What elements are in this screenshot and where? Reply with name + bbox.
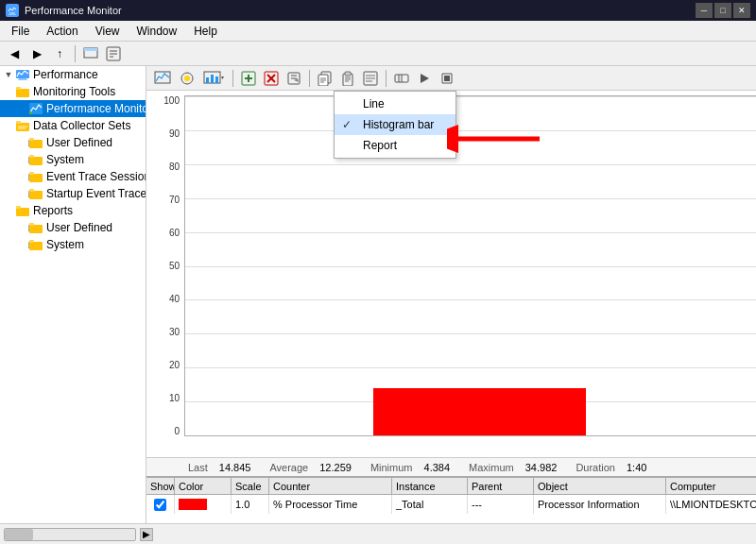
sidebar-item-performance[interactable]: ▼ Performance <box>0 66 146 83</box>
toolbar-show-hide[interactable] <box>80 43 101 64</box>
reports-user-icon <box>28 220 43 235</box>
toolbar-properties[interactable] <box>103 43 124 64</box>
sidebar-item-monitoring-tools[interactable]: ▼ Monitoring Tools <box>0 83 146 100</box>
dropdown-line[interactable]: Line <box>335 94 455 114</box>
svg-rect-18 <box>16 121 21 124</box>
inner-sep1 <box>232 70 233 87</box>
app-title: Performance Monitor <box>25 5 122 16</box>
sidebar-label-userdefined: User Defined <box>46 136 112 149</box>
expand-icon6: ▷ <box>2 155 28 164</box>
row-show[interactable] <box>146 495 175 514</box>
startupevent-icon <box>28 186 43 201</box>
chart-box[interactable] <box>184 95 756 436</box>
sidebar-item-eventtrace[interactable]: ▷ Event Trace Sessions <box>0 168 146 185</box>
app-icon <box>6 4 19 17</box>
y-label-90: 90 <box>146 128 180 139</box>
svg-rect-21 <box>29 140 43 148</box>
svg-rect-71 <box>444 76 450 81</box>
inner-toolbar <box>146 66 756 91</box>
show-checkbox[interactable] <box>154 499 166 511</box>
menu-file[interactable]: File <box>4 22 37 41</box>
row-parent: --- <box>468 495 534 514</box>
sidebar-label-eventtrace: Event Trace Sessions <box>46 170 146 183</box>
svg-rect-25 <box>29 174 43 182</box>
expand-icon: ▼ <box>2 70 15 79</box>
menu-view[interactable]: View <box>88 22 128 41</box>
sidebar-item-reports-system[interactable]: ▷ System <box>0 236 146 253</box>
color-swatch <box>179 499 207 510</box>
duration-label: Duration <box>576 462 615 473</box>
copy-button[interactable] <box>315 68 335 89</box>
sidebar-item-startupevent[interactable]: ▷ Startup Event Trace Sess <box>0 185 146 202</box>
svg-marker-69 <box>421 74 429 83</box>
stop-button[interactable] <box>437 68 457 89</box>
sidebar-label-perfmon: Performance Monitor <box>46 102 146 115</box>
sidebar-item-perfmon[interactable]: Performance Monitor <box>0 100 146 117</box>
svg-rect-2 <box>9 14 16 15</box>
sidebar-label-system: System <box>46 153 84 166</box>
sidebar-toggle[interactable]: ▶ <box>140 528 153 541</box>
svg-point-37 <box>184 76 190 81</box>
minimize-button[interactable]: ─ <box>696 3 713 18</box>
highlight-button[interactable] <box>177 68 198 89</box>
expand-icon9: ▼ <box>2 206 15 215</box>
sidebar-item-system[interactable]: ▷ System <box>0 151 146 168</box>
svg-rect-1 <box>9 12 15 14</box>
scroll-thumb <box>5 529 33 540</box>
toolbar-back[interactable]: ◀ <box>4 43 25 64</box>
expand-icon11: ▷ <box>2 240 28 249</box>
toolbar-forward[interactable]: ▶ <box>26 43 47 64</box>
counter-row[interactable]: 1.0 % Processor Time _Total --- Processo… <box>146 495 756 514</box>
max-label: Maximum <box>469 462 514 473</box>
maximize-button[interactable]: □ <box>714 3 731 18</box>
chart-type-dropdown: Line Histogram bar Report <box>334 91 456 159</box>
system-icon <box>28 152 43 167</box>
main-toolbar: ◀ ▶ ↑ <box>0 42 756 66</box>
status-text <box>748 527 752 542</box>
menu-help[interactable]: Help <box>186 22 225 41</box>
svg-rect-10 <box>19 78 26 79</box>
add-counter-button[interactable] <box>238 68 259 89</box>
dropdown-report[interactable]: Report <box>335 135 455 156</box>
last-label: Last <box>188 462 208 473</box>
menu-action[interactable]: Action <box>39 22 85 41</box>
properties-button[interactable] <box>284 68 304 89</box>
delete-counter-button[interactable] <box>261 68 282 89</box>
view-button[interactable] <box>150 68 175 89</box>
play-button[interactable] <box>414 68 435 89</box>
scrollbar-h[interactable] <box>4 528 136 541</box>
stats-bar: Last 14.845 Average 12.259 Minimum 4.384… <box>146 457 756 476</box>
sidebar-label-monitoring: Monitoring Tools <box>33 85 115 98</box>
chart-type-button[interactable] <box>199 68 228 89</box>
toolbar-sep1 <box>75 45 76 62</box>
histogram-bar <box>373 388 585 435</box>
toolbar-up[interactable]: ↑ <box>49 43 70 64</box>
sidebar-item-reports-user[interactable]: ▷ User Defined <box>0 219 146 236</box>
sidebar-item-datacollector[interactable]: ▼ Data Collector Sets <box>0 117 146 134</box>
sidebar-label-startupevent: Startup Event Trace Sess <box>46 187 146 200</box>
close-button[interactable]: ✕ <box>733 3 750 18</box>
svg-rect-17 <box>16 123 29 131</box>
expand-icon8: ▷ <box>2 189 28 198</box>
menu-window[interactable]: Window <box>129 22 185 41</box>
content-area: 100 90 80 70 60 50 40 30 20 10 0 <box>146 66 756 523</box>
dropdown-histogram[interactable]: Histogram bar <box>335 114 455 135</box>
paste-button[interactable] <box>337 68 358 89</box>
sidebar-item-reports[interactable]: ▼ Reports <box>0 202 146 219</box>
performance-icon <box>15 67 30 82</box>
header-object: Object <box>534 478 666 494</box>
window-controls: ─ □ ✕ <box>696 3 750 18</box>
svg-rect-40 <box>211 75 214 83</box>
header-color: Color <box>175 478 232 494</box>
svg-rect-4 <box>84 48 97 51</box>
inner-sep3 <box>386 70 387 87</box>
sidebar-item-userdefined[interactable]: ▷ User Defined <box>0 134 146 151</box>
report-view-button[interactable] <box>360 68 381 89</box>
userdefined-icon <box>28 135 43 150</box>
svg-rect-30 <box>16 206 21 209</box>
row-color <box>175 495 232 514</box>
min-value: 4.384 <box>424 462 451 473</box>
perfmon-icon <box>28 101 43 116</box>
freeze-button[interactable] <box>391 68 412 89</box>
svg-rect-34 <box>29 240 34 243</box>
